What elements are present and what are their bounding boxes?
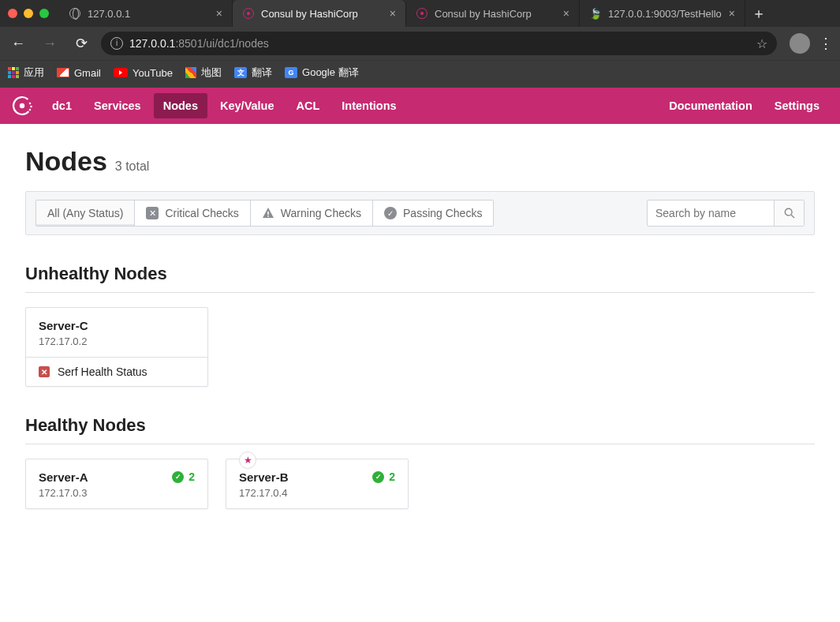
critical-icon: ✕ [39, 366, 50, 377]
check-pass-icon: ✓ [172, 471, 184, 483]
filter-critical[interactable]: ✕ Critical Checks [135, 200, 250, 226]
check-name: Serf Health Status [58, 365, 147, 378]
search-button[interactable] [774, 200, 804, 226]
bookmark-gtranslate[interactable]: G Google 翻译 [285, 66, 359, 80]
browser-tab[interactable]: 🍃 127.0.0.1:9003/TestHello × [580, 0, 745, 27]
reload-button[interactable]: ⟳ [69, 32, 93, 55]
search-icon [784, 208, 795, 219]
apps-grid-icon [8, 67, 19, 78]
address-bar-row: ← → ⟳ i 127.0.0.1:8501/ui/dc1/nodes ☆ ⋮ [0, 27, 840, 60]
page-content: Nodes 3 total All (Any Status) ✕ Critica… [0, 124, 840, 531]
check-pass-icon: ✓ [372, 471, 384, 483]
nav-services[interactable]: Services [84, 93, 151, 118]
passing-icon: ✓ [384, 207, 397, 219]
bookmark-youtube[interactable]: YouTube [114, 67, 173, 79]
node-card[interactable]: ★ ✓ 2 Server-B 172.17.0.4 [226, 459, 409, 509]
tab-title: Consul by HashiCorp [435, 8, 557, 20]
nav-datacenter[interactable]: dc1 [43, 93, 81, 118]
node-card[interactable]: ✓ 2 Server-A 172.17.0.3 [25, 459, 208, 509]
bookmarks-bar: 应用 Gmail YouTube 地图 文 翻译 G Google 翻译 [0, 60, 840, 88]
browser-tab[interactable]: 127.0.0.1 × [59, 0, 233, 27]
window-max-dot[interactable] [39, 9, 49, 18]
healthy-cards: ✓ 2 Server-A 172.17.0.3 ★ ✓ 2 Server-B 1… [25, 459, 815, 509]
nav-intentions[interactable]: Intentions [332, 93, 405, 118]
bookmark-star-icon[interactable]: ☆ [756, 36, 767, 51]
site-info-icon[interactable]: i [110, 37, 123, 50]
tab-title: 127.0.0.1 [88, 8, 210, 20]
status-filters: All (Any Status) ✕ Critical Checks Warni… [35, 200, 494, 227]
passing-badge: ✓ 2 [372, 470, 395, 483]
svg-rect-6 [267, 215, 269, 217]
nav-nodes[interactable]: Nodes [154, 93, 207, 118]
nav-documentation[interactable]: Documentation [659, 93, 762, 118]
bookmark-translate[interactable]: 文 翻译 [234, 66, 272, 80]
page-total: 3 total [115, 159, 150, 173]
filter-all[interactable]: All (Any Status) [36, 200, 135, 226]
filter-warning[interactable]: Warning Checks [251, 200, 373, 226]
translate-icon: 文 [234, 67, 247, 78]
node-ip: 172.17.0.4 [239, 487, 395, 499]
svg-rect-5 [267, 212, 269, 215]
svg-point-1 [20, 103, 24, 108]
unhealthy-cards: Server-C 172.17.0.2 ✕ Serf Health Status [25, 307, 815, 387]
gmail-icon [57, 68, 69, 77]
window-min-dot[interactable] [24, 9, 33, 18]
svg-point-4 [29, 109, 32, 111]
section-healthy-title: Healthy Nodes [25, 415, 815, 444]
forward-button[interactable]: → [38, 32, 62, 55]
close-icon[interactable]: × [729, 8, 735, 19]
close-icon[interactable]: × [563, 8, 569, 19]
section-unhealthy-title: Unhealthy Nodes [25, 264, 815, 293]
consul-navbar: dc1 Services Nodes Key/Value ACL Intenti… [0, 88, 840, 124]
translate-icon: G [285, 67, 297, 78]
svg-line-8 [791, 215, 794, 218]
globe-icon [69, 7, 81, 20]
filter-passing[interactable]: ✓ Passing Checks [373, 200, 493, 226]
leader-star-icon: ★ [239, 452, 256, 469]
node-check-row: ✕ Serf Health Status [26, 357, 207, 386]
search-wrap [647, 200, 805, 227]
address-bar[interactable]: i 127.0.0.1:8501/ui/dc1/nodes ☆ [101, 32, 777, 55]
profile-avatar[interactable] [790, 33, 810, 54]
svg-point-7 [785, 208, 792, 215]
node-card[interactable]: Server-C 172.17.0.2 ✕ Serf Health Status [25, 307, 208, 387]
warning-icon [262, 207, 274, 219]
page-heading: Nodes 3 total [25, 146, 815, 177]
tab-title: 127.0.0.1:9003/TestHello [608, 8, 722, 20]
page-title: Nodes [25, 146, 107, 177]
browser-tab-active[interactable]: Consul by HashiCorp × [233, 0, 406, 27]
node-ip: 172.17.0.2 [39, 335, 195, 347]
close-icon[interactable]: × [216, 8, 222, 19]
node-name: Server-C [39, 319, 195, 332]
new-tab-button[interactable]: ＋ [745, 0, 772, 27]
svg-point-3 [30, 106, 32, 108]
back-button[interactable]: ← [6, 32, 30, 55]
consul-icon [242, 7, 255, 20]
passing-badge: ✓ 2 [172, 470, 195, 483]
map-icon [185, 67, 196, 78]
nav-acl[interactable]: ACL [287, 93, 330, 118]
nav-settings[interactable]: Settings [765, 93, 829, 118]
svg-point-2 [29, 103, 32, 105]
browser-tab[interactable]: Consul by HashiCorp × [406, 0, 580, 27]
filter-bar: All (Any Status) ✕ Critical Checks Warni… [25, 191, 815, 235]
url-text: 127.0.0.1:8501/ui/dc1/nodes [129, 37, 745, 50]
youtube-icon [114, 68, 128, 77]
tab-bar: 127.0.0.1 × Consul by HashiCorp × Consul… [0, 0, 840, 27]
critical-icon: ✕ [146, 207, 159, 219]
window-close-dot[interactable] [8, 9, 17, 18]
consul-logo-icon[interactable] [11, 95, 33, 117]
close-icon[interactable]: × [390, 8, 396, 19]
consul-icon [416, 7, 428, 20]
bookmark-apps[interactable]: 应用 [8, 66, 44, 80]
tab-title: Consul by HashiCorp [261, 8, 383, 20]
menu-kebab-icon[interactable]: ⋮ [818, 35, 834, 52]
browser-chrome: 127.0.0.1 × Consul by HashiCorp × Consul… [0, 0, 840, 88]
nav-keyvalue[interactable]: Key/Value [211, 93, 284, 118]
search-input[interactable] [648, 200, 774, 226]
node-ip: 172.17.0.3 [39, 487, 195, 499]
bookmark-gmail[interactable]: Gmail [57, 67, 101, 79]
bookmark-maps[interactable]: 地图 [185, 66, 222, 80]
leaf-icon: 🍃 [589, 7, 602, 20]
